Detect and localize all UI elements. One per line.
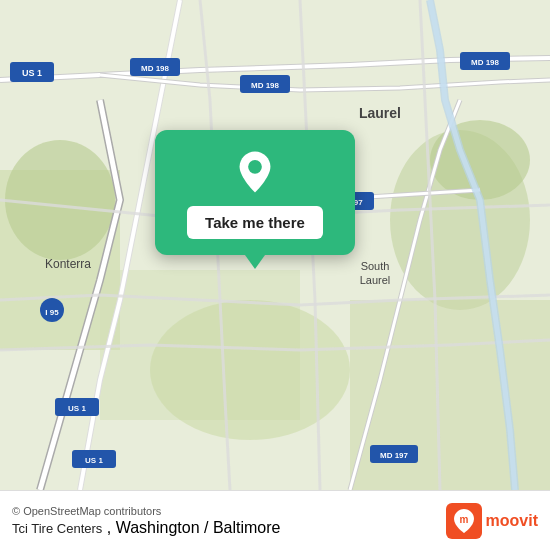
svg-text:I 95: I 95 — [45, 308, 59, 317]
svg-text:US 1: US 1 — [68, 404, 86, 413]
svg-text:Laurel: Laurel — [359, 105, 401, 121]
svg-text:South: South — [361, 260, 390, 272]
svg-text:Laurel: Laurel — [360, 274, 391, 286]
location-info: Tci Tire Centers , Washington / Baltimor… — [12, 519, 280, 537]
popup-card: Take me there — [155, 130, 355, 255]
svg-text:m: m — [459, 514, 468, 525]
svg-text:MD 197: MD 197 — [380, 451, 409, 460]
moovit-wordmark: moovit — [486, 512, 538, 530]
moovit-pin-icon: m — [448, 505, 480, 537]
moovit-icon: m — [446, 503, 482, 539]
bottom-bar: © OpenStreetMap contributors Tci Tire Ce… — [0, 490, 550, 550]
svg-point-6 — [150, 300, 350, 440]
bottom-left: © OpenStreetMap contributors Tci Tire Ce… — [12, 505, 280, 537]
svg-text:Konterra: Konterra — [45, 257, 91, 271]
svg-text:MD 198: MD 198 — [471, 58, 500, 67]
location-name: Tci Tire Centers — [12, 521, 102, 536]
copyright-text: © OpenStreetMap contributors — [12, 505, 280, 517]
svg-point-4 — [5, 140, 115, 260]
location-pin-icon — [231, 148, 279, 196]
map: US 1 MD 198 MD 198 MD 198 I 95 US 1 D 19… — [0, 0, 550, 490]
location-region: Washington / Baltimore — [116, 519, 281, 536]
svg-text:MD 198: MD 198 — [251, 81, 280, 90]
location-separator: , — [107, 519, 116, 536]
svg-text:US 1: US 1 — [22, 68, 42, 78]
take-me-there-button[interactable]: Take me there — [187, 206, 323, 239]
svg-point-30 — [248, 160, 262, 174]
svg-text:MD 198: MD 198 — [141, 64, 170, 73]
moovit-logo: m moovit — [446, 503, 538, 539]
svg-text:US 1: US 1 — [85, 456, 103, 465]
